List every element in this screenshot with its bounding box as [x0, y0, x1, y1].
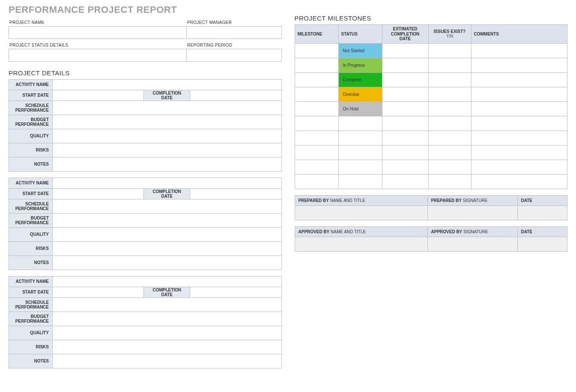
table-row [295, 145, 567, 160]
label-risks: RISKS [9, 143, 53, 157]
table-row [295, 160, 567, 174]
label-activity-name: ACTIVITY NAME [9, 80, 53, 90]
input-prepared-by-signature[interactable] [427, 205, 517, 220]
table-row [295, 174, 567, 189]
status-on-hold[interactable]: On Hold [338, 101, 382, 116]
input-approved-by-signature[interactable] [427, 237, 517, 251]
input-prepared-by-date[interactable] [517, 205, 567, 220]
label-prepared-by-name: PREPARED BY NAME AND TITLE [295, 195, 427, 205]
input-budget-performance[interactable] [53, 115, 282, 129]
section-project-milestones: PROJECT MILESTONES [295, 15, 568, 22]
table-row: Overdue [295, 87, 567, 101]
col-issues-exist: ISSUES EXIST? Y/N [428, 25, 471, 44]
label-schedule-performance: SCHEDULE PERFORMANCE [9, 101, 53, 115]
section-project-details: PROJECT DETAILS [9, 69, 282, 77]
label-approved-by-signature: APPROVED BY SIGNATURE [427, 226, 517, 237]
input-notes[interactable] [53, 157, 282, 172]
table-row [295, 131, 567, 145]
table-row [295, 116, 567, 131]
input-start-date[interactable] [53, 90, 144, 101]
label-status-details: PROJECT STATUS DETAILS [9, 42, 186, 49]
input-approved-by-name[interactable] [295, 237, 427, 251]
label-prepared-by-date: DATE [517, 195, 567, 205]
left-column: PERFORMANCE PROJECT REPORT PROJECT NAME … [9, 4, 282, 374]
table-row: Complete [295, 72, 567, 87]
header-row-1: PROJECT NAME PROJECT MANAGER [9, 19, 282, 39]
input-activity-name[interactable] [53, 80, 282, 90]
input-risks[interactable] [53, 143, 282, 157]
col-comments: COMMENTS [471, 25, 567, 44]
label-notes: NOTES [9, 157, 53, 172]
col-status: STATUS [338, 25, 382, 44]
input-project-name[interactable] [9, 26, 186, 39]
page-title: PERFORMANCE PROJECT REPORT [9, 4, 282, 15]
right-column: PROJECT MILESTONES MILESTONE STATUS ESTI… [295, 4, 568, 252]
input-approved-by-date[interactable] [517, 237, 567, 251]
header-row-2: PROJECT STATUS DETAILS REPORTING PERIOD [9, 42, 282, 62]
table-row: Not Started [295, 43, 567, 58]
label-quality: QUALITY [9, 129, 53, 143]
col-milestone: MILESTONE [295, 25, 338, 44]
status-complete[interactable]: Complete [338, 72, 382, 87]
label-budget-performance: BUDGET PERFORMANCE [9, 115, 53, 129]
activity-table-3: ACTIVITY NAME START DATECOMPLETION DATE … [9, 276, 282, 368]
label-start-date: START DATE [9, 90, 53, 101]
milestones-table: MILESTONE STATUS ESTIMATED COMPLETION DA… [295, 24, 568, 189]
input-project-manager[interactable] [186, 26, 282, 39]
input-prepared-by-name[interactable] [295, 205, 427, 220]
label-prepared-by-signature: PREPARED BY SIGNATURE [427, 195, 517, 205]
status-overdue[interactable]: Overdue [338, 87, 382, 101]
col-est-completion: ESTIMATED COMPLETION DATE [382, 25, 428, 44]
activity-table-1: ACTIVITY NAME START DATECOMPLETION DATE … [9, 79, 282, 172]
status-in-progress[interactable]: In Progress [338, 58, 382, 72]
table-row: On Hold [295, 101, 567, 116]
activity-table-2: ACTIVITY NAME START DATECOMPLETION DATE … [9, 178, 282, 270]
label-project-manager: PROJECT MANAGER [186, 19, 282, 26]
label-approved-by-date: DATE [517, 226, 567, 237]
label-approved-by-name: APPROVED BY NAME AND TITLE [295, 226, 427, 237]
prepared-by-table: PREPARED BY NAME AND TITLE PREPARED BY S… [295, 195, 568, 220]
label-project-name: PROJECT NAME [9, 19, 186, 26]
approved-by-table: APPROVED BY NAME AND TITLE APPROVED BY S… [295, 226, 568, 252]
input-reporting-period[interactable] [186, 49, 282, 62]
input-schedule-performance[interactable] [53, 101, 282, 115]
label-reporting-period: REPORTING PERIOD [186, 42, 282, 49]
status-not-started[interactable]: Not Started [338, 43, 382, 58]
label-completion-date: COMPLETION DATE [144, 90, 190, 101]
input-completion-date[interactable] [190, 90, 281, 101]
input-status-details[interactable] [9, 49, 186, 62]
input-quality[interactable] [53, 129, 282, 143]
table-row: In Progress [295, 58, 567, 72]
